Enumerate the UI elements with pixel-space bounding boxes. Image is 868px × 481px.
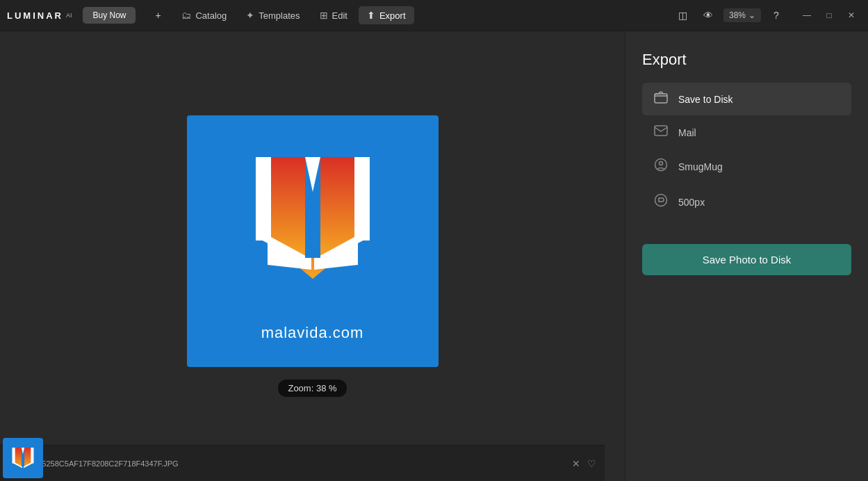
export-panel-title: Export (642, 51, 851, 69)
500px-icon (653, 193, 669, 211)
nav-items: 🗂 Catalog ✦ Templates ⊞ Edit ⬆ Export (173, 6, 667, 24)
mail-label: Mail (678, 127, 696, 138)
svg-point-5 (660, 162, 663, 165)
save-to-disk-icon (653, 91, 669, 107)
logo-text: LUMINAR (7, 10, 63, 21)
titlebar-right: ◫ 👁 38% ⌄ ? — □ ✕ (673, 6, 861, 25)
svg-point-6 (655, 195, 667, 206)
svg-rect-2 (655, 94, 667, 103)
export-option-500px[interactable]: 500px (642, 185, 851, 219)
export-option-smugmug[interactable]: SmugMug (642, 149, 851, 184)
maximize-button[interactable]: □ (819, 6, 839, 25)
window-controls: — □ ✕ (797, 6, 861, 25)
main-content: malavida.com Zoom: 38 % (0, 31, 868, 481)
export-options-list: Save to Disk Mail (642, 83, 851, 219)
thumbnail[interactable] (3, 438, 43, 478)
buy-now-button[interactable]: Buy Now (83, 7, 136, 24)
export-option-save-to-disk[interactable]: Save to Disk (642, 83, 851, 115)
photo-container: malavida.com (187, 115, 439, 367)
bottom-icons: ✕ ♡ (572, 458, 596, 469)
templates-icon: ✦ (246, 10, 254, 21)
smugmug-icon (653, 158, 669, 175)
nav-templates-label: Templates (259, 10, 300, 21)
nav-export[interactable]: ⬆ Export (359, 6, 414, 24)
compare-button[interactable]: ◫ (673, 6, 693, 25)
nav-edit-label: Edit (332, 10, 347, 21)
help-button[interactable]: ? (767, 6, 786, 25)
app-logo: LUMINAR AI (7, 10, 72, 21)
mail-icon (653, 125, 669, 140)
edit-icon: ⊞ (320, 10, 328, 21)
smugmug-label: SmugMug (678, 161, 723, 172)
save-to-disk-label: Save to Disk (678, 94, 733, 105)
favorite-button[interactable]: ♡ (587, 458, 596, 469)
zoom-chevron-icon: ⌄ (748, 10, 755, 20)
photo-area: malavida.com Zoom: 38 % (0, 31, 625, 481)
close-button[interactable]: ✕ (842, 6, 861, 25)
minimize-button[interactable]: — (797, 6, 817, 25)
watermark-text: malavida.com (261, 324, 364, 342)
logo-ai: AI (66, 12, 72, 19)
filename: R1F51E5258C5AF17F8208C2F718F4347F.JPG (14, 459, 564, 468)
nav-export-label: Export (379, 10, 406, 21)
svg-rect-3 (655, 126, 667, 136)
catalog-icon: 🗂 (181, 10, 191, 21)
export-panel: Export Save to Disk (625, 31, 868, 481)
zoom-value: 38% (729, 10, 746, 20)
export-icon: ⬆ (367, 10, 375, 21)
nav-catalog[interactable]: 🗂 Catalog (173, 6, 235, 24)
zoom-label: Zoom: 38 % (278, 380, 346, 397)
zoom-control[interactable]: 38% ⌄ (723, 8, 761, 22)
nav-templates[interactable]: ✦ Templates (238, 6, 308, 24)
preview-button[interactable]: 👁 (698, 6, 718, 25)
bottom-strip: R1F51E5258C5AF17F8208C2F718F4347F.JPG ✕ … (0, 445, 605, 481)
export-option-mail[interactable]: Mail (642, 117, 851, 148)
luminar-svg-logo (243, 150, 382, 279)
save-photo-button[interactable]: Save Photo to Disk (642, 244, 851, 275)
close-file-button[interactable]: ✕ (572, 458, 580, 469)
titlebar: LUMINAR AI Buy Now + 🗂 Catalog ✦ Templat… (0, 0, 868, 31)
add-button[interactable]: + (148, 6, 167, 25)
nav-catalog-label: Catalog (195, 10, 227, 21)
500px-label: 500px (678, 197, 705, 208)
nav-edit[interactable]: ⊞ Edit (311, 6, 356, 24)
photo-display: malavida.com (187, 115, 439, 367)
